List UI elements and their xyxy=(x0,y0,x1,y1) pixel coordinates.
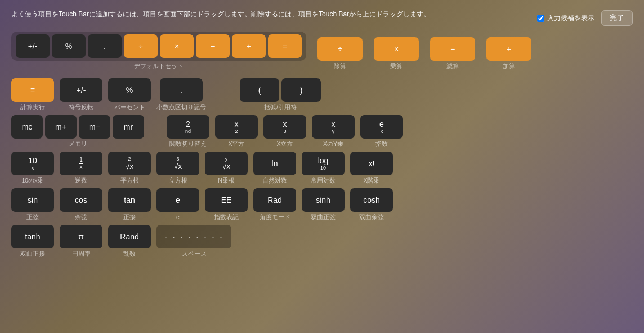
btn-log10[interactable]: log10 xyxy=(302,152,345,175)
pi-label: 円周率 xyxy=(72,250,91,258)
percent-label: パーセント xyxy=(114,104,145,112)
btn-sub-default[interactable]: − xyxy=(196,34,230,58)
sinh-label: 双曲正弦 xyxy=(311,214,336,221)
btn-cosh[interactable]: cosh xyxy=(350,188,393,212)
btn-divide-standalone[interactable]: ÷ xyxy=(317,37,363,61)
btn-sinh[interactable]: sinh xyxy=(302,188,345,212)
2nd-label: 関数切り替え xyxy=(169,140,207,148)
btn-sin[interactable]: sin xyxy=(11,188,54,212)
btn-inv-wrapper: 1x 逆数 xyxy=(60,152,102,185)
x3-label: X立方 xyxy=(276,140,293,148)
btn-rand[interactable]: Rand xyxy=(108,225,151,248)
rand-label: 乱数 xyxy=(123,250,136,258)
btn-decimal[interactable]: . xyxy=(160,78,203,102)
log10-label: 常用対数 xyxy=(311,177,336,185)
divide-label: 除算 xyxy=(334,63,346,70)
btn-percent-default[interactable]: % xyxy=(52,34,86,58)
btn-percent[interactable]: % xyxy=(108,78,151,102)
btn-ex-wrapper: ex 指数 xyxy=(360,115,403,148)
btn-eq-default[interactable]: = xyxy=(268,34,302,58)
btn-sqrt[interactable]: 2√x xyxy=(108,152,151,175)
btn-sqrt-wrapper: 2√x 平方根 xyxy=(108,152,151,185)
btn-x-to-y[interactable]: xy xyxy=(312,115,355,139)
btn-log10-wrapper: log10 常用対数 xyxy=(302,152,345,185)
default-set-label: デフォルトセット xyxy=(134,63,184,70)
btn-cos[interactable]: cos xyxy=(60,188,102,212)
btn-sign[interactable]: +/- xyxy=(60,78,102,102)
btn-multiply-standalone[interactable]: × xyxy=(374,37,419,61)
btn-tanh[interactable]: tanh xyxy=(11,225,54,248)
btn-factorial[interactable]: x! xyxy=(350,152,393,175)
e-label: e xyxy=(176,214,180,220)
btn-pi[interactable]: π xyxy=(60,225,102,248)
row6: tanh 双曲正接 π 円周率 Rand 乱数 · · · · · · · · … xyxy=(11,225,633,258)
btn-plus-minus-default[interactable]: +/- xyxy=(16,34,50,58)
autocomplete-checkbox-label[interactable]: 入力候補を表示 xyxy=(537,14,594,23)
default-set-group: +/- % . ÷ × − + = デフォルトセット xyxy=(11,32,306,70)
parens-label: 括弧/引用符 xyxy=(264,104,297,112)
btn-parens-row: ( ) xyxy=(240,78,321,102)
btn-mminus[interactable]: m− xyxy=(79,115,110,139)
main-content: +/- % . ÷ × − + = デフォルトセット ÷ 除算 × 乗算 − 減… xyxy=(0,32,644,258)
tanh-label: 双曲正接 xyxy=(20,250,45,258)
btn-e-wrapper: e e xyxy=(156,188,199,220)
header: よく使う項目をTouch Barに追加するには、項目を画面下部にドラッグします。… xyxy=(0,0,644,32)
btn-2nd[interactable]: 2nd xyxy=(167,115,209,139)
btn-div-default[interactable]: ÷ xyxy=(124,34,158,58)
btn-add-default[interactable]: + xyxy=(232,34,266,58)
nrt-label: N乗根 xyxy=(218,177,235,185)
btn-x3-wrapper: x3 X立方 xyxy=(263,115,306,148)
btn-mc[interactable]: mc xyxy=(11,115,43,139)
btn-ln[interactable]: ln xyxy=(253,152,296,175)
btn-x-squared[interactable]: x2 xyxy=(215,115,258,139)
btn-2nd-wrapper: 2nd 関数切り替え xyxy=(167,115,209,148)
subtract-label: 減算 xyxy=(446,63,459,70)
btn-parens-group: ( ) 括弧/引用符 xyxy=(240,78,321,112)
standalone-mul: × 乗算 xyxy=(374,37,419,70)
btn-equals[interactable]: = xyxy=(11,78,54,102)
btn-mul-default[interactable]: × xyxy=(160,34,194,58)
btn-ee[interactable]: EE xyxy=(205,188,248,212)
btn-open-paren[interactable]: ( xyxy=(240,78,279,102)
inv-label: 逆数 xyxy=(75,177,87,185)
btn-rad[interactable]: Rad xyxy=(253,188,296,212)
default-set-buttons: +/- % . ÷ × − + = xyxy=(11,32,306,61)
btn-space[interactable]: · · · · · · · · xyxy=(156,225,231,248)
row1: +/- % . ÷ × − + = デフォルトセット ÷ 除算 × 乗算 − 減… xyxy=(11,32,633,70)
btn-x-cubed[interactable]: x3 xyxy=(263,115,306,139)
done-button[interactable]: 完了 xyxy=(601,10,633,26)
btn-percent-wrapper: % パーセント xyxy=(108,78,151,112)
rad-label: 角度モード xyxy=(260,214,290,221)
btn-nrt[interactable]: y√x xyxy=(205,152,248,175)
btn-close-paren[interactable]: ) xyxy=(281,78,321,102)
btn-sin-wrapper: sin 正弦 xyxy=(11,188,54,221)
btn-pi-wrapper: π 円周率 xyxy=(60,225,102,258)
xy-label: XのY乗 xyxy=(323,140,343,148)
btn-e[interactable]: e xyxy=(156,188,199,212)
btn-e-to-x[interactable]: ex xyxy=(360,115,403,139)
btn-10-to-x[interactable]: 10x xyxy=(11,152,54,175)
btn-mplus[interactable]: m+ xyxy=(45,115,77,139)
btn-add-standalone[interactable]: + xyxy=(486,37,531,61)
cosh-label: 双曲余弦 xyxy=(359,214,384,221)
btn-dot-default[interactable]: . xyxy=(88,34,122,58)
btn-mr[interactable]: mr xyxy=(113,115,144,139)
factorial-label: X階乗 xyxy=(363,177,379,185)
btn-tanh-wrapper: tanh 双曲正接 xyxy=(11,225,54,258)
btn-nrt-wrapper: y√x N乗根 xyxy=(205,152,248,185)
row2: = 計算実行 +/- 符号反転 % パーセント . 小数点区切り記号 ( ) 括… xyxy=(11,78,633,112)
add-label: 加算 xyxy=(503,63,515,70)
sqrt-label: 平方根 xyxy=(120,177,139,185)
autocomplete-checkbox[interactable] xyxy=(537,15,544,22)
btn-subtract-standalone[interactable]: − xyxy=(430,37,475,61)
btn-cosh-wrapper: cosh 双曲余弦 xyxy=(350,188,393,221)
ln-label: 自然対数 xyxy=(262,177,287,185)
btn-rad-wrapper: Rad 角度モード xyxy=(253,188,296,221)
btn-10x-wrapper: 10x 10のx乗 xyxy=(11,152,54,185)
multiply-label: 乗算 xyxy=(390,63,402,70)
memory-label: メモリ xyxy=(69,140,87,148)
btn-inverse[interactable]: 1x xyxy=(60,152,102,175)
btn-tan[interactable]: tan xyxy=(108,188,151,212)
btn-cbrt[interactable]: 3√x xyxy=(156,152,199,175)
row5: sin 正弦 cos 余弦 tan 正接 e e EE 指数表記 Rad 角度モ… xyxy=(11,188,633,221)
